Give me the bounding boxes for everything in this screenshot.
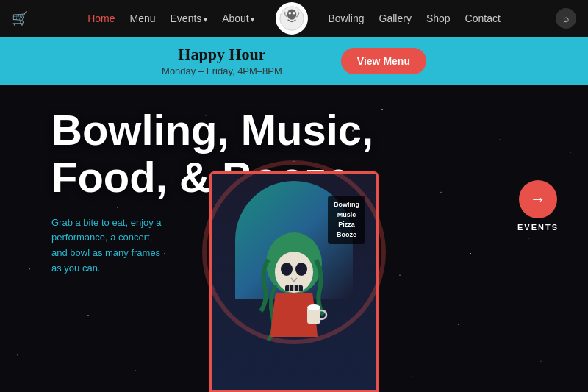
happy-hour-subtitle: Monday – Friday, 4PM–8PM — [162, 65, 282, 76]
svg-point-1 — [287, 9, 296, 19]
cart-icon[interactable]: 🛒 — [12, 10, 28, 26]
events-label: EVENTS — [517, 223, 559, 232]
happy-hour-title: Happy Hour — [162, 45, 282, 64]
nav-events[interactable]: Events — [171, 13, 208, 24]
site-logo[interactable] — [276, 2, 308, 35]
search-button[interactable]: ⌕ — [556, 8, 576, 29]
happy-hour-banner: Happy Hour Monday – Friday, 4PM–8PM View… — [0, 37, 588, 85]
nav-gallery[interactable]: Gallery — [379, 13, 412, 24]
nav-about[interactable]: About — [222, 13, 254, 24]
hero-subtext: Grab a bite to eat, enjoy a performance,… — [51, 215, 169, 277]
poster-text-block: Bowling Music Pizza Booze — [328, 196, 365, 244]
navbar: 🛒 Home Menu Events About Bowling Gallery… — [0, 0, 588, 37]
happy-hour-text: Happy Hour Monday – Friday, 4PM–8PM — [162, 45, 282, 76]
svg-point-7 — [295, 263, 307, 276]
hero-section: Bowling, Music, Food, & Booze. Grab a bi… — [0, 85, 588, 392]
svg-point-13 — [307, 304, 320, 310]
nav-home[interactable]: Home — [87, 13, 115, 24]
nav-menu[interactable]: Menu — [130, 13, 156, 24]
nav-links: Home Menu Events About Bowling Gallery S… — [87, 2, 501, 35]
search-icon: ⌕ — [563, 13, 569, 24]
svg-point-2 — [288, 12, 291, 15]
events-arrow-icon: → — [519, 180, 557, 218]
svg-point-6 — [281, 263, 293, 276]
hero-poster-wrap: Bowling Music Pizza Booze — [209, 171, 379, 392]
nav-contact[interactable]: Contact — [465, 13, 501, 24]
nav-shop[interactable]: Shop — [426, 13, 451, 24]
view-menu-button[interactable]: View Menu — [341, 48, 426, 74]
svg-point-3 — [292, 12, 295, 15]
events-button[interactable]: → EVENTS — [517, 180, 559, 232]
nav-bowling[interactable]: Bowling — [329, 13, 365, 24]
